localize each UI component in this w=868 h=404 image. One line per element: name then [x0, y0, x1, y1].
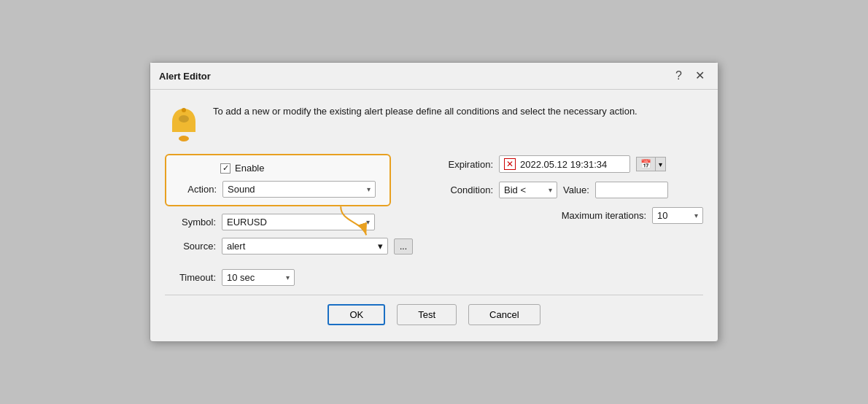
svg-point-0 — [179, 136, 189, 141]
right-panel: Expiration: ✕ 2022.05.12 19:31:34 📅 ▾ Co… — [435, 154, 703, 224]
info-text: To add a new or modify the existing aler… — [213, 101, 638, 119]
timeout-value: 10 sec — [227, 272, 255, 283]
timeout-row: Timeout: 10 sec ▾ — [165, 269, 703, 286]
svg-point-2 — [179, 115, 189, 123]
left-panel: ✓ Enable Action: Sound ▾ — [165, 154, 413, 262]
alert-editor-dialog: Alert Editor ? ✕ To add a new or modify … — [150, 62, 718, 342]
button-row: OK Test Cancel — [165, 304, 703, 330]
expiration-row: Expiration: ✕ 2022.05.12 19:31:34 📅 ▾ — [435, 155, 703, 173]
action-row: Action: Sound ▾ — [177, 181, 379, 198]
action-label: Action: — [177, 184, 217, 195]
source-row: Source: alert ▾ ... — [165, 238, 413, 255]
symbol-chevron-icon: ▾ — [366, 218, 370, 226]
source-input[interactable]: alert ▾ — [222, 238, 388, 255]
timeout-label: Timeout: — [165, 272, 216, 283]
action-select[interactable]: Sound ▾ — [222, 181, 376, 198]
timeout-chevron-icon: ▾ — [286, 273, 290, 281]
source-chevron-icon: ▾ — [378, 241, 383, 252]
expiration-btn-group: 📅 ▾ — [636, 157, 666, 171]
source-label: Source: — [165, 241, 216, 252]
help-button[interactable]: ? — [671, 69, 686, 83]
svg-point-1 — [182, 108, 186, 112]
dialog-title: Alert Editor — [159, 71, 211, 82]
highlighted-box: ✓ Enable Action: Sound ▾ — [165, 154, 391, 206]
condition-value-row: Condition: Bid < ▾ Value: — [435, 182, 703, 198]
expiration-label: Expiration: — [435, 159, 493, 170]
symbol-label: Symbol: — [165, 217, 216, 228]
max-iterations-label: Maximum iterations: — [562, 210, 646, 221]
symbol-value: EURUSD — [227, 217, 267, 228]
title-bar-controls: ? ✕ — [671, 69, 709, 83]
expiration-clear-icon[interactable]: ✕ — [504, 158, 516, 170]
action-value: Sound — [228, 184, 255, 195]
bell-icon — [165, 104, 203, 142]
title-bar: Alert Editor ? ✕ — [150, 63, 718, 90]
divider — [165, 295, 703, 295]
symbol-row: Symbol: EURUSD ▾ — [165, 214, 413, 230]
calendar-button[interactable]: 📅 — [636, 157, 656, 171]
condition-select[interactable]: Bid < ▾ — [499, 182, 557, 198]
max-iterations-value: 10 — [657, 210, 667, 221]
close-button[interactable]: ✕ — [691, 69, 709, 83]
action-chevron-icon: ▾ — [367, 185, 371, 193]
value-label: Value: — [563, 184, 589, 195]
condition-label: Condition: — [435, 184, 493, 195]
symbol-select[interactable]: EURUSD ▾ — [222, 214, 375, 230]
test-button[interactable]: Test — [397, 304, 457, 325]
condition-chevron-icon: ▾ — [549, 186, 552, 194]
enable-row: ✓ Enable — [177, 163, 379, 174]
enable-checkbox[interactable]: ✓ — [220, 163, 230, 174]
expiration-value: 2022.05.12 19:31:34 — [520, 159, 607, 170]
top-row: To add a new or modify the existing aler… — [165, 101, 703, 142]
enable-label: Enable — [235, 163, 264, 174]
source-browse-button[interactable]: ... — [394, 238, 413, 255]
source-value: alert — [227, 241, 245, 252]
ok-button[interactable]: OK — [328, 304, 385, 325]
dialog-title-group: Alert Editor — [159, 71, 211, 82]
expiration-input[interactable]: ✕ 2022.05.12 19:31:34 — [499, 155, 630, 173]
dialog-content: To add a new or modify the existing aler… — [150, 90, 718, 341]
calendar-dropdown-button[interactable]: ▾ — [656, 157, 666, 171]
timeout-select[interactable]: 10 sec ▾ — [222, 269, 295, 286]
condition-value: Bid < — [504, 184, 526, 195]
cancel-button[interactable]: Cancel — [468, 304, 540, 325]
max-iterations-chevron-icon: ▾ — [694, 211, 698, 220]
max-iterations-select[interactable]: 10 ▾ — [652, 207, 703, 224]
max-iterations-row: Maximum iterations: 10 ▾ — [435, 207, 703, 224]
value-input[interactable] — [595, 182, 668, 198]
